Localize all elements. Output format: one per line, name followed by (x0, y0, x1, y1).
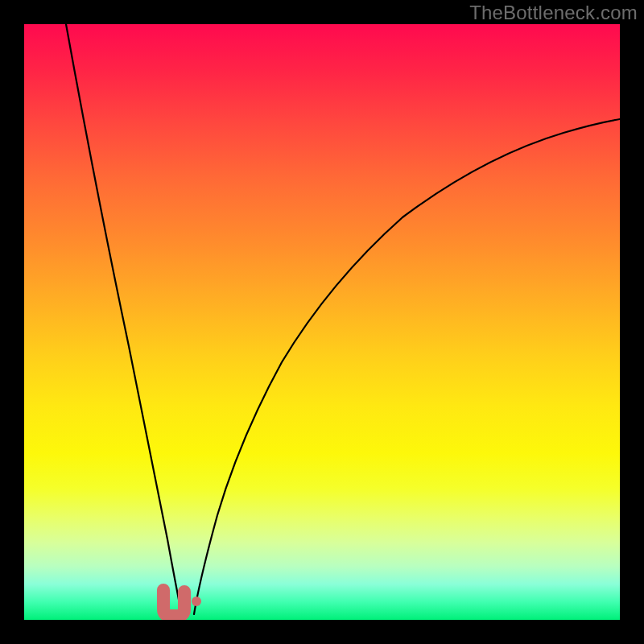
watermark-text: TheBottleneck.com (469, 2, 638, 24)
right-curve (194, 119, 620, 614)
u-marker (163, 590, 184, 616)
plot-area (24, 24, 620, 620)
chart-svg (24, 24, 620, 620)
chart-container: TheBottleneck.com (0, 0, 644, 644)
marker-dot (192, 597, 201, 606)
left-curve (66, 24, 182, 616)
